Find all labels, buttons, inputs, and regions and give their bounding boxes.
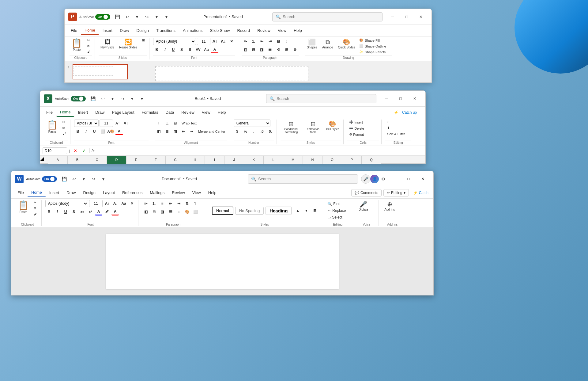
ppt-maximize-btn[interactable]: □ <box>400 12 414 22</box>
xl-font-shrink-btn[interactable]: A↓ <box>122 120 130 127</box>
xl-redo-btn[interactable]: ↪ <box>118 94 127 103</box>
ppt-search-input[interactable] <box>283 14 379 19</box>
xl-format-btn[interactable]: ⚙ Format <box>347 132 366 137</box>
xl-col-q[interactable]: Q <box>362 156 381 164</box>
ppt-redo-arrow[interactable]: ▾ <box>153 13 161 21</box>
word-text-color-btn[interactable]: A <box>111 208 119 215</box>
ppt-menu-design[interactable]: Design <box>133 26 153 35</box>
word-format-painter-btn[interactable]: 🖌 <box>32 211 39 216</box>
xl-menu-insert[interactable]: Insert <box>74 108 92 116</box>
ppt-font-color-btn[interactable]: A <box>211 46 218 53</box>
word-shading-btn[interactable]: 🎨 <box>183 208 191 215</box>
xl-autosave-toggle[interactable]: On <box>71 96 86 101</box>
xl-col-b[interactable]: B <box>68 156 87 164</box>
word-menu-help[interactable]: Help <box>205 189 220 197</box>
word-menu-layout[interactable]: Layout <box>99 189 119 197</box>
xl-sort-filter-btn[interactable]: Sort & Filter <box>385 131 407 136</box>
ppt-redo-btn[interactable]: ↪ <box>143 13 151 21</box>
xl-format-painter-btn[interactable]: 🖌 <box>61 131 68 136</box>
word-style-normal-btn[interactable]: Normal <box>212 207 233 215</box>
word-sort-btn[interactable]: ⇅ <box>183 200 191 207</box>
word-superscript-btn[interactable]: x² <box>87 208 94 215</box>
word-menu-file[interactable]: File <box>14 189 28 197</box>
ppt-underline-btn[interactable]: U <box>170 46 177 53</box>
xl-conditional-formatting-btn[interactable]: ⊞ Conditional Formatting <box>281 120 302 135</box>
word-font-select[interactable]: Aptos (Body) <box>45 200 88 207</box>
xl-menu-view[interactable]: View <box>198 108 214 116</box>
xl-col-a[interactable]: A <box>48 156 68 164</box>
xl-number-format-select[interactable]: General <box>234 120 270 127</box>
ppt-shadow-btn[interactable]: S <box>186 46 194 53</box>
word-share-btn[interactable]: ⚙ <box>379 175 387 183</box>
xl-menu-draw[interactable]: Draw <box>92 108 108 116</box>
word-justify-btn[interactable]: ☰ <box>167 208 174 215</box>
xl-paste-btn[interactable]: 📋 Paste <box>45 120 59 135</box>
xl-menu-help[interactable]: Help <box>214 108 230 116</box>
xl-font-color-btn[interactable]: A <box>115 128 123 135</box>
xl-increase-indent-btn[interactable]: ⇥ <box>188 128 195 135</box>
word-font-size-input[interactable] <box>89 200 103 207</box>
xl-dollar-btn[interactable]: $ <box>234 128 241 135</box>
xl-undo-arrow[interactable]: ▾ <box>108 94 117 103</box>
ppt-layout-btn[interactable]: ⊞ <box>140 38 147 43</box>
ppt-search-box[interactable]: 🔍 <box>272 12 383 21</box>
word-catch-btn[interactable]: ⚡ Catch <box>411 189 431 196</box>
word-case-btn[interactable]: Aa <box>120 200 127 207</box>
xl-cell-styles-btn[interactable]: 🎨 Cell Styles <box>324 120 341 132</box>
xl-decrease-indent-btn[interactable]: ⇤ <box>180 128 187 135</box>
xl-delete-btn[interactable]: ➖ Delete <box>347 126 366 131</box>
xl-col-p[interactable]: P <box>342 156 362 164</box>
word-menu-review[interactable]: Review <box>168 189 189 197</box>
ppt-italic-btn[interactable]: I <box>161 46 169 53</box>
ppt-text-direction-btn[interactable]: ⟲ <box>275 46 282 53</box>
ppt-font-select[interactable]: Aptos (Body) <box>153 38 196 45</box>
ppt-undo-arrow[interactable]: ▾ <box>133 13 141 21</box>
xl-col-f[interactable]: F <box>146 156 166 164</box>
word-clear-format-btn[interactable]: ✕ <box>128 200 136 207</box>
ppt-font-grow-btn[interactable]: A↑ <box>211 38 219 45</box>
xl-align-left-btn[interactable]: ◧ <box>155 128 162 135</box>
word-styles-expand-btn[interactable]: ⊞ <box>311 207 318 214</box>
ppt-align-right-btn[interactable]: ◨ <box>258 46 266 53</box>
ppt-align-center-btn[interactable]: ⊟ <box>250 46 257 53</box>
ppt-menu-review[interactable]: Review <box>254 26 274 35</box>
word-align-right-btn[interactable]: ◨ <box>159 208 166 215</box>
word-increase-indent-btn[interactable]: ⇥ <box>175 200 183 207</box>
xl-cut-btn[interactable]: ✂ <box>61 120 68 125</box>
ppt-menu-help[interactable]: Help <box>290 26 306 35</box>
word-addins-btn[interactable]: ⊕ Add-ins <box>383 200 397 212</box>
word-menu-insert[interactable]: Insert <box>46 189 63 197</box>
ppt-shapes-btn[interactable]: ⬜ Shapes <box>305 38 319 50</box>
ppt-menu-view[interactable]: View <box>274 26 290 35</box>
ppt-font-shrink-btn[interactable]: A↓ <box>220 38 227 45</box>
xl-align-right-btn[interactable]: ◨ <box>172 128 179 135</box>
ppt-minimize-btn[interactable]: ─ <box>386 12 400 22</box>
xl-fill-btn[interactable]: ⬇ <box>385 125 407 131</box>
ppt-clear-format-btn[interactable]: ✕ <box>228 38 235 45</box>
word-cut-btn[interactable]: ✂ <box>32 200 39 205</box>
xl-undo-btn[interactable]: ↩ <box>99 94 107 103</box>
word-menu-home[interactable]: Home <box>28 188 46 197</box>
xl-col-e[interactable]: E <box>126 156 146 164</box>
ppt-quick-styles-btn[interactable]: 🎨 Quick Styles <box>336 38 357 50</box>
ppt-reuse-slides-btn[interactable]: 🔁 Reuse Slides <box>117 38 139 50</box>
xl-cancel-input-btn[interactable]: ✕ <box>72 147 79 154</box>
xl-redo-arrow[interactable]: ▾ <box>128 94 137 103</box>
word-decrease-indent-btn[interactable]: ⇤ <box>167 200 174 207</box>
xl-insert-btn[interactable]: ➕ Insert <box>347 120 366 125</box>
ppt-menu-file[interactable]: File <box>67 26 81 35</box>
xl-copy-btn[interactable]: ⧉ <box>61 125 68 131</box>
word-strikethrough-btn[interactable]: S <box>70 208 77 215</box>
xl-col-d[interactable]: D <box>107 156 126 164</box>
word-redo-btn[interactable]: ↪ <box>89 175 98 183</box>
ppt-shape-effects-btn[interactable]: ✨ Shape Effects <box>358 49 387 55</box>
xl-percent-btn[interactable]: % <box>242 128 249 135</box>
xl-col-g[interactable]: G <box>166 156 185 164</box>
xl-fill-color-btn[interactable]: A🎨 <box>107 128 115 135</box>
ppt-font-size-input[interactable] <box>197 38 210 45</box>
word-menu-view[interactable]: View <box>189 189 205 197</box>
xl-decrease-decimal-btn[interactable]: 0. <box>267 128 274 135</box>
word-select-btn[interactable]: ▭ Select <box>326 215 347 220</box>
word-page[interactable] <box>106 234 339 289</box>
word-find-btn[interactable]: 🔍 Find <box>326 201 347 207</box>
